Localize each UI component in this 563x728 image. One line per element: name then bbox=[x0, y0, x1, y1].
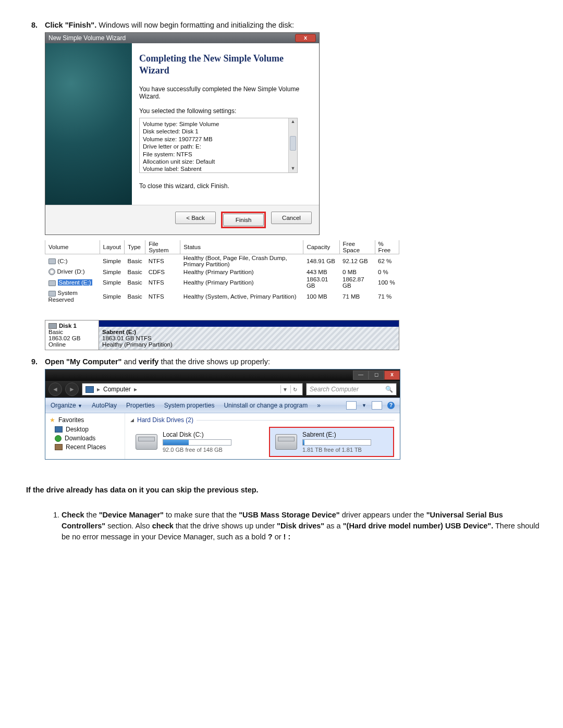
explorer-sidebar: ★Favorites Desktop Downloads Recent Plac… bbox=[45, 413, 125, 459]
partition-name: Sabrent (E:) bbox=[102, 329, 136, 335]
step-8-lead-rest: Windows will now begin formatting and in… bbox=[96, 21, 294, 29]
explorer-titlebar: — ◻ x bbox=[45, 369, 400, 381]
step-8-lead-bold: Click "Finish". bbox=[45, 21, 96, 29]
sidebar-item-recent-places[interactable]: Recent Places bbox=[55, 443, 120, 451]
volume-icon bbox=[48, 291, 56, 297]
dm-col-status[interactable]: Status bbox=[180, 240, 303, 254]
step-9: 9. Open "My Computer" and verify that th… bbox=[21, 357, 542, 460]
computer-icon bbox=[85, 386, 94, 393]
scroll-thumb[interactable] bbox=[290, 136, 296, 151]
wizard-button-row: < Back Finish Cancel bbox=[45, 205, 319, 235]
wizard-close-button[interactable]: x bbox=[295, 34, 316, 42]
step-8-number: 8. bbox=[21, 21, 38, 350]
sidebar-item-downloads[interactable]: Downloads bbox=[55, 435, 120, 442]
dm-row[interactable]: Driver (D:) SimpleBasicCDFSHealthy (Prim… bbox=[45, 268, 399, 276]
explorer-toolbar: Organize ▼ AutoPlay Properties System pr… bbox=[45, 398, 400, 413]
address-refresh-icon[interactable]: ↻ bbox=[290, 385, 299, 393]
wizard-p1: You have successfully completed the New … bbox=[139, 85, 312, 100]
dm-col-capacity[interactable]: Capacity bbox=[303, 240, 339, 254]
drive-local-c[interactable]: Local Disk (C:) 92.0 GB free of 148 GB bbox=[130, 427, 253, 457]
back-button[interactable]: < Back bbox=[175, 212, 216, 224]
drive-usage-bar bbox=[302, 439, 371, 446]
chevron-down-icon[interactable]: ▼ bbox=[362, 403, 366, 408]
recent-places-icon bbox=[55, 444, 63, 450]
help-icon[interactable]: ? bbox=[387, 402, 395, 409]
step-9-mid: and bbox=[121, 357, 138, 366]
chevron-down-icon: ▼ bbox=[78, 403, 82, 409]
setting-line: Volume label: Sabrent bbox=[143, 165, 294, 172]
desktop-icon bbox=[55, 426, 63, 433]
maximize-button[interactable]: ◻ bbox=[369, 371, 384, 380]
drive-sabrent-e[interactable]: Sabrent (E:) 1.81 TB free of 1.81 TB bbox=[269, 427, 394, 457]
drive-usage-bar bbox=[163, 439, 231, 446]
breadcrumb-computer[interactable]: Computer bbox=[103, 386, 131, 393]
disk-state: Online bbox=[48, 341, 95, 348]
breadcrumb-sep-icon: ▸ bbox=[134, 386, 137, 393]
star-icon: ★ bbox=[50, 416, 55, 424]
setting-line: Allocation unit size: Default bbox=[143, 158, 294, 165]
search-input[interactable]: Search Computer 🔍 bbox=[306, 383, 397, 396]
step-9-b2: verify bbox=[139, 357, 159, 366]
partition-status: Healthy (Primary Partition) bbox=[102, 341, 396, 348]
dm-col-pct[interactable]: % Free bbox=[375, 240, 399, 254]
settings-scrollbar[interactable]: ▲ ▼ bbox=[288, 118, 297, 172]
dm-col-layout[interactable]: Layout bbox=[100, 240, 125, 254]
wizard-sidebar-image bbox=[45, 43, 132, 205]
step-9-number: 9. bbox=[21, 357, 38, 460]
wizard-p3: To close this wizard, click Finish. bbox=[139, 182, 312, 190]
nav-fwd-button[interactable]: ► bbox=[65, 382, 79, 396]
search-icon: 🔍 bbox=[385, 386, 393, 393]
dvd-icon bbox=[48, 268, 55, 275]
drives-group-header[interactable]: ◢Hard Disk Drives (2) bbox=[130, 416, 395, 424]
preview-pane-icon[interactable] bbox=[372, 401, 382, 410]
scroll-down-icon[interactable]: ▼ bbox=[289, 165, 297, 172]
address-dropdown-icon[interactable]: ▼ bbox=[280, 385, 289, 393]
step-9-b1: Open "My Computer" bbox=[45, 357, 121, 366]
drive-name: Local Disk (C:) bbox=[163, 431, 231, 438]
dm-col-volume[interactable]: Volume bbox=[45, 240, 100, 254]
nav-back-button[interactable]: ◄ bbox=[48, 382, 62, 396]
organize-menu[interactable]: Organize ▼ bbox=[51, 402, 82, 409]
breadcrumb-sep-icon: ▸ bbox=[97, 386, 100, 393]
dm-row-selected[interactable]: Sabrent (E:) SimpleBasicNTFSHealthy (Pri… bbox=[45, 276, 399, 289]
dm-col-free[interactable]: Free Space bbox=[339, 240, 375, 254]
setting-line: Volume type: Simple Volume bbox=[143, 120, 294, 128]
dm-row[interactable]: (C:) SimpleBasicNTFSHealthy (Boot, Page … bbox=[45, 254, 399, 268]
address-bar[interactable]: ▸ Computer ▸ ▼↻ bbox=[82, 383, 303, 396]
cancel-button[interactable]: Cancel bbox=[271, 212, 312, 224]
wizard-heading: Completing the New Simple Volume Wizard bbox=[139, 53, 312, 76]
dm-col-fs[interactable]: File System bbox=[145, 240, 180, 254]
dm-col-type[interactable]: Type bbox=[125, 240, 145, 254]
volume-icon bbox=[48, 258, 56, 264]
setting-line: Volume size: 1907727 MB bbox=[143, 135, 294, 143]
sub-list: Check the "Device Manager" to make sure … bbox=[21, 510, 542, 542]
wizard-settings-list: Volume type: Simple Volume Disk selected… bbox=[139, 118, 298, 173]
disk-graphic: Disk 1 Basic 1863.02 GB Online Sabrent (… bbox=[45, 320, 399, 350]
disk-icon bbox=[48, 323, 57, 329]
disk-partition-header bbox=[99, 320, 399, 327]
sidebar-item-desktop[interactable]: Desktop bbox=[55, 426, 120, 433]
drive-free: 92.0 GB free of 148 GB bbox=[163, 447, 231, 453]
minimize-button[interactable]: — bbox=[353, 371, 369, 380]
step-9-rest: that the drive shows up properly: bbox=[158, 357, 270, 366]
disk-management-list: Volume Layout Type File System Status Ca… bbox=[45, 240, 399, 303]
setting-line: Drive letter or path: E: bbox=[143, 143, 294, 150]
wizard-title: New Simple Volume Wizard bbox=[48, 34, 126, 42]
autoplay-button[interactable]: AutoPlay bbox=[92, 402, 117, 409]
system-properties-button[interactable]: System properties bbox=[164, 402, 215, 409]
scroll-up-icon[interactable]: ▲ bbox=[289, 118, 297, 126]
close-button[interactable]: x bbox=[384, 371, 400, 380]
dm-row[interactable]: System Reserved SimpleBasicNTFSHealthy (… bbox=[45, 289, 399, 303]
finish-button[interactable]: Finish bbox=[223, 214, 264, 226]
hdd-icon bbox=[136, 434, 157, 450]
substep-1: Check the "Device Manager" to make sure … bbox=[62, 510, 542, 542]
downloads-icon bbox=[55, 435, 62, 442]
uninstall-button[interactable]: Uninstall or change a program bbox=[224, 402, 308, 409]
wizard-titlebar: New Simple Volume Wizard x bbox=[45, 33, 319, 43]
disk-partition[interactable]: Sabrent (E:) 1863.01 GB NTFS Healthy (Pr… bbox=[99, 327, 399, 350]
view-icon[interactable] bbox=[346, 401, 357, 410]
sidebar-favorites[interactable]: ★Favorites bbox=[50, 416, 120, 424]
toolbar-more[interactable]: » bbox=[317, 402, 321, 409]
wizard-dialog: New Simple Volume Wizard x Completing th… bbox=[45, 32, 320, 235]
properties-button[interactable]: Properties bbox=[126, 402, 155, 409]
